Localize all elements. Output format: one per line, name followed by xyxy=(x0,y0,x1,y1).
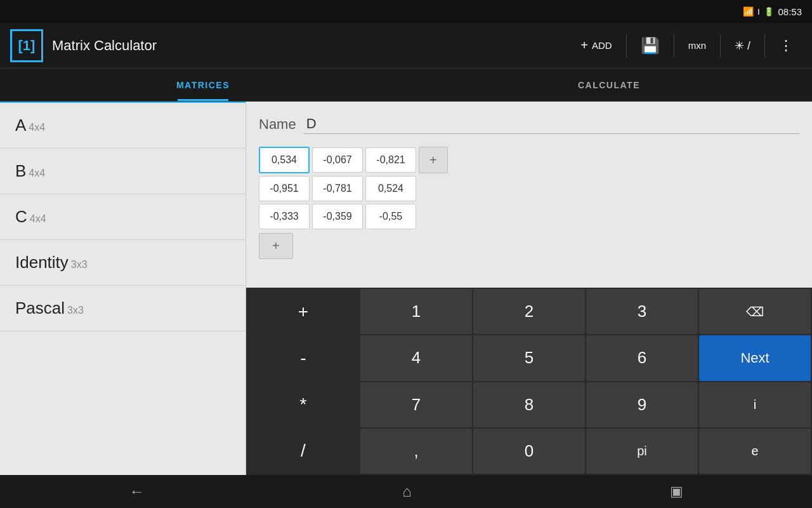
status-time: 08:53 xyxy=(778,6,802,17)
mxn-label: mxn xyxy=(688,40,706,51)
tab-matrices[interactable]: MATRICES xyxy=(0,69,406,101)
key-minus[interactable]: - xyxy=(247,335,359,380)
sidebar-item-pascal[interactable]: Pascal 3x3 xyxy=(0,286,246,331)
key-divide[interactable]: / xyxy=(247,429,359,474)
add-label: ADD xyxy=(592,40,612,51)
app-title: Matrix Calculator xyxy=(52,37,572,54)
matrix-name-input[interactable] xyxy=(304,114,799,134)
back-icon: ← xyxy=(129,483,144,500)
matrix-row-2: -0,333 -0,359 -0,55 xyxy=(259,204,799,229)
app-bar: [1] Matrix Calculator + ADD 💾 mxn ✳ / ⋮ xyxy=(0,23,812,69)
home-button[interactable]: ⌂ xyxy=(377,478,437,505)
key-4[interactable]: 4 xyxy=(360,335,472,380)
more-icon: ⋮ xyxy=(779,37,793,53)
cell-0-0[interactable]: 0,534 xyxy=(259,147,310,173)
key-i[interactable]: i xyxy=(699,382,811,427)
battery-icon: 🔋 xyxy=(764,7,774,17)
backspace-icon: ⌫ xyxy=(746,304,764,319)
more-button[interactable]: ⋮ xyxy=(770,32,802,59)
key-multiply[interactable]: * xyxy=(247,382,359,427)
cell-1-0[interactable]: -0,951 xyxy=(259,176,310,201)
home-icon: ⌂ xyxy=(402,483,412,500)
status-bar: 📶 Ⅰ 🔋 08:53 xyxy=(0,0,812,23)
sidebar-item-c[interactable]: C 4x4 xyxy=(0,194,246,240)
recent-icon: ▣ xyxy=(670,483,683,500)
separator-1 xyxy=(626,34,627,57)
matrix-grid: 0,534 -0,067 -0,821 + -0,951 -0,781 0,52… xyxy=(259,147,799,229)
cell-2-1[interactable]: -0,359 xyxy=(312,204,363,229)
bottom-nav: ← ⌂ ▣ xyxy=(0,475,812,508)
key-0[interactable]: 0 xyxy=(473,429,585,474)
mxn-button[interactable]: mxn xyxy=(679,35,715,56)
wifi-icon: 📶 xyxy=(743,6,754,17)
key-6[interactable]: 6 xyxy=(586,335,698,380)
key-1[interactable]: 1 xyxy=(360,289,472,334)
separator-4 xyxy=(764,34,765,57)
key-8[interactable]: 8 xyxy=(473,382,585,427)
key-e[interactable]: e xyxy=(699,429,811,474)
separator-3 xyxy=(720,34,721,57)
back-button[interactable]: ← xyxy=(103,478,169,505)
key-9[interactable]: 9 xyxy=(586,382,698,427)
add-row-button[interactable]: + xyxy=(259,233,293,259)
sidebar-item-a[interactable]: A 4x4 xyxy=(0,102,246,149)
matrix-row-0: 0,534 -0,067 -0,821 + xyxy=(259,147,799,173)
cell-2-0[interactable]: -0,333 xyxy=(259,204,310,229)
cell-2-2[interactable]: -0,55 xyxy=(365,204,416,229)
tab-bar: MATRICES CALCULATE xyxy=(0,69,812,102)
next-button[interactable]: Next xyxy=(699,335,811,380)
sidebar-item-b[interactable]: B 4x4 xyxy=(0,149,246,194)
fraction-icon: ✳ / xyxy=(735,39,750,53)
add-plus-icon: + xyxy=(580,38,588,53)
name-label: Name xyxy=(259,116,296,133)
recent-button[interactable]: ▣ xyxy=(645,478,709,505)
cell-0-2[interactable]: -0,821 xyxy=(365,147,416,173)
sidebar: A 4x4 B 4x4 C 4x4 Identity 3x3 Pascal 3x… xyxy=(0,102,246,475)
tab-calculate[interactable]: CALCULATE xyxy=(406,69,812,101)
signal-icon: Ⅰ xyxy=(757,7,760,17)
add-column-button[interactable]: + xyxy=(419,147,448,173)
key-3[interactable]: 3 xyxy=(586,289,698,334)
name-row: Name xyxy=(259,114,799,134)
sidebar-item-identity[interactable]: Identity 3x3 xyxy=(0,240,246,286)
fraction-button[interactable]: ✳ / xyxy=(726,34,759,58)
cell-1-2[interactable]: 0,524 xyxy=(365,176,416,201)
key-5[interactable]: 5 xyxy=(473,335,585,380)
cell-0-1[interactable]: -0,067 xyxy=(312,147,363,173)
key-comma[interactable]: , xyxy=(360,429,472,474)
key-plus[interactable]: + xyxy=(247,289,359,334)
key-backspace[interactable]: ⌫ xyxy=(699,289,811,334)
cell-1-1[interactable]: -0,781 xyxy=(312,176,363,201)
app-bar-actions: + ADD 💾 mxn ✳ / ⋮ xyxy=(572,32,802,60)
status-icons: 📶 Ⅰ 🔋 08:53 xyxy=(743,6,802,17)
key-pi[interactable]: pi xyxy=(586,429,698,474)
app-logo: [1] xyxy=(10,29,43,62)
key-7[interactable]: 7 xyxy=(360,382,472,427)
separator-2 xyxy=(674,34,674,57)
matrix-row-1: -0,951 -0,781 0,524 xyxy=(259,176,799,201)
numpad: + 1 2 3 ⌫ - 4 5 6 Next * 7 8 9 i / xyxy=(246,288,812,475)
save-button[interactable]: 💾 xyxy=(632,32,669,60)
key-2[interactable]: 2 xyxy=(473,289,585,334)
add-button[interactable]: + ADD xyxy=(572,33,620,58)
